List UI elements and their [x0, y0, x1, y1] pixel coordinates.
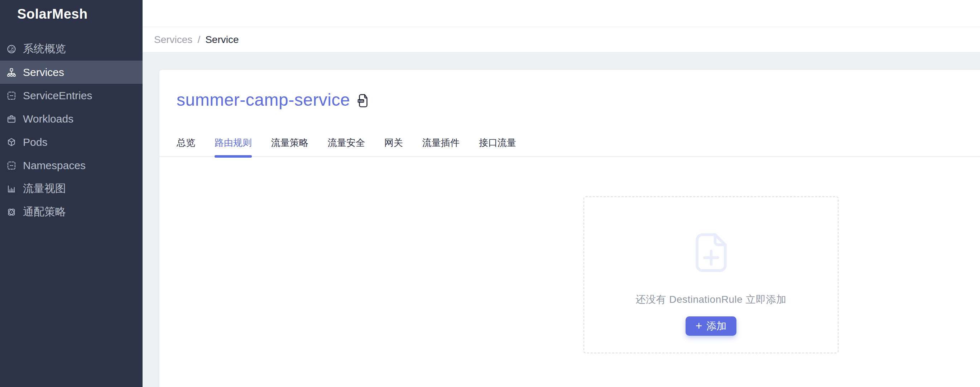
- tab-gateway[interactable]: 网关: [384, 137, 403, 156]
- add-button-label: 添加: [706, 319, 726, 333]
- sidebar-item-namespaces[interactable]: Namespaces: [0, 154, 143, 177]
- tab-routing-rules[interactable]: 路由规则: [215, 137, 252, 156]
- yaml-badge-text: YAML: [358, 100, 364, 102]
- service-detail-card: summer-camp-service YAML 总览 路由规则 流量策略 流量…: [159, 70, 980, 387]
- app-logo: SolarMesh: [0, 0, 143, 22]
- breadcrumb-current: Service: [205, 34, 239, 45]
- sidebar-item-label: Namespaces: [23, 159, 86, 172]
- plus-icon: +: [695, 320, 702, 331]
- top-bar: [143, 0, 980, 27]
- sidebar-item-label: Workloads: [23, 113, 73, 125]
- service-tabs: 总览 路由规则 流量策略 流量安全 网关 流量插件 接口流量: [159, 137, 980, 157]
- sidebar-item-label: Services: [23, 66, 64, 78]
- hierarchy-icon: [6, 67, 16, 77]
- sidebar-item-services[interactable]: Services: [0, 61, 143, 84]
- main-area: Services/Service summer-camp-service YAM…: [143, 0, 980, 387]
- atom-icon: [6, 207, 16, 217]
- bar-chart-icon: [6, 184, 16, 194]
- sidebar-item-pods[interactable]: Pods: [0, 131, 143, 154]
- sidebar-item-label: Pods: [23, 136, 47, 148]
- tab-traffic-policy[interactable]: 流量策略: [271, 137, 309, 156]
- breadcrumb: Services/Service: [154, 34, 239, 46]
- tab-overview[interactable]: 总览: [177, 137, 195, 156]
- service-title: summer-camp-service: [177, 90, 350, 110]
- tab-traffic-plugin[interactable]: 流量插件: [422, 137, 460, 156]
- add-destinationrule-button[interactable]: + 添加: [686, 316, 737, 336]
- sidebar-item-label: 流量视图: [23, 181, 66, 196]
- scan-frame-icon: [6, 161, 16, 170]
- tab-traffic-security[interactable]: 流量安全: [328, 137, 365, 156]
- service-title-row: summer-camp-service YAML: [177, 90, 980, 110]
- breadcrumb-separator: /: [197, 34, 200, 45]
- sidebar-item-workloads[interactable]: Workloads: [0, 107, 143, 131]
- sidebar-item-wildcard-policy[interactable]: 通配策略: [0, 200, 143, 224]
- sidebar-item-traffic-view[interactable]: 流量视图: [0, 177, 143, 200]
- cube-icon: [6, 137, 16, 147]
- tab-interface-traffic[interactable]: 接口流量: [479, 137, 516, 156]
- gauge-icon: [6, 44, 16, 54]
- breadcrumb-services-link[interactable]: Services: [154, 34, 192, 45]
- sidebar-menu: 系统概览 Services ServiceEntr: [0, 37, 143, 224]
- destinationrule-empty-state: 还没有 DestinationRule 立即添加 + 添加: [584, 196, 838, 353]
- briefcase-icon: [6, 114, 16, 124]
- content-area: summer-camp-service YAML 总览 路由规则 流量策略 流量…: [143, 52, 980, 387]
- sidebar: SolarMesh 系统概览: [0, 0, 143, 387]
- empty-state-message: 还没有 DestinationRule 立即添加: [635, 293, 786, 306]
- sidebar-item-system-overview[interactable]: 系统概览: [0, 37, 143, 61]
- add-file-icon: [692, 231, 730, 274]
- sidebar-item-label: 通配策略: [23, 205, 66, 219]
- breadcrumb-bar: Services/Service: [143, 27, 980, 52]
- sidebar-item-label: 系统概览: [23, 41, 66, 56]
- sidebar-item-label: ServiceEntries: [23, 89, 92, 102]
- sidebar-item-serviceentries[interactable]: ServiceEntries: [0, 84, 143, 107]
- scan-frame-icon: [6, 91, 16, 101]
- yaml-file-icon[interactable]: YAML: [357, 94, 369, 108]
